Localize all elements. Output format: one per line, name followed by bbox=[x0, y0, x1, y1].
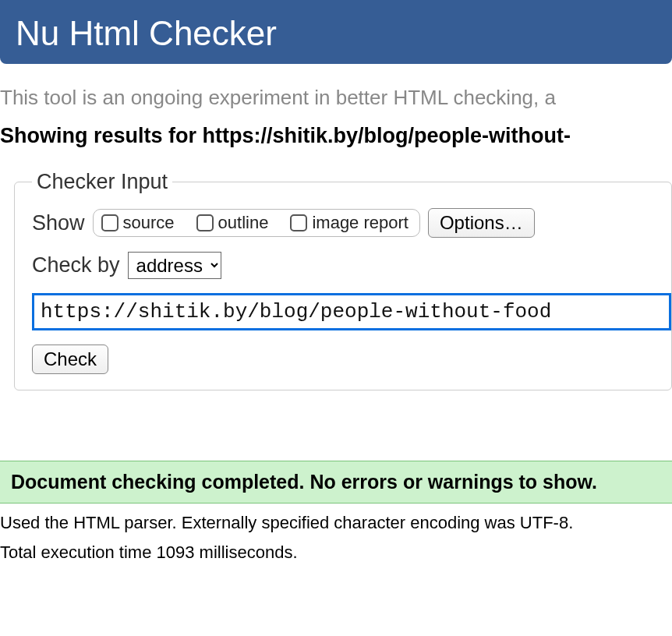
source-checkbox-item[interactable]: source bbox=[101, 213, 175, 233]
timing-info: Total execution time 1093 milliseconds. bbox=[0, 542, 672, 563]
outline-checkbox[interactable] bbox=[196, 214, 214, 231]
image-report-checkbox-item[interactable]: image report bbox=[290, 213, 409, 233]
source-checkbox-label: source bbox=[123, 213, 175, 233]
image-report-checkbox[interactable] bbox=[290, 214, 307, 231]
page-header: Nu Html Checker bbox=[0, 0, 672, 64]
image-report-checkbox-label: image report bbox=[312, 213, 409, 233]
show-label: Show bbox=[32, 211, 85, 235]
url-row bbox=[32, 293, 671, 330]
parser-info: Used the HTML parser. Externally specifi… bbox=[0, 513, 672, 533]
source-checkbox[interactable] bbox=[101, 214, 118, 231]
checker-input-fieldset: Checker Input Show source outline image … bbox=[14, 170, 672, 390]
checkby-row: Check by address bbox=[32, 252, 671, 279]
page-title: Nu Html Checker bbox=[16, 14, 656, 53]
outline-checkbox-item[interactable]: outline bbox=[196, 213, 269, 233]
results-heading: Showing results for https://shitik.by/bl… bbox=[0, 124, 672, 148]
show-checkbox-group: source outline image report bbox=[93, 209, 420, 237]
show-row: Show source outline image report Options… bbox=[32, 208, 671, 238]
check-button[interactable]: Check bbox=[32, 344, 108, 374]
checkby-select[interactable]: address bbox=[128, 252, 221, 279]
intro-text: This tool is an ongoing experiment in be… bbox=[0, 86, 672, 110]
success-banner: Document checking completed. No errors o… bbox=[0, 461, 672, 504]
submit-row: Check bbox=[32, 344, 671, 374]
fieldset-legend: Checker Input bbox=[32, 170, 172, 194]
options-button[interactable]: Options… bbox=[428, 208, 535, 238]
outline-checkbox-label: outline bbox=[218, 213, 269, 233]
url-input[interactable] bbox=[32, 293, 671, 330]
checkby-label: Check by bbox=[32, 253, 120, 277]
